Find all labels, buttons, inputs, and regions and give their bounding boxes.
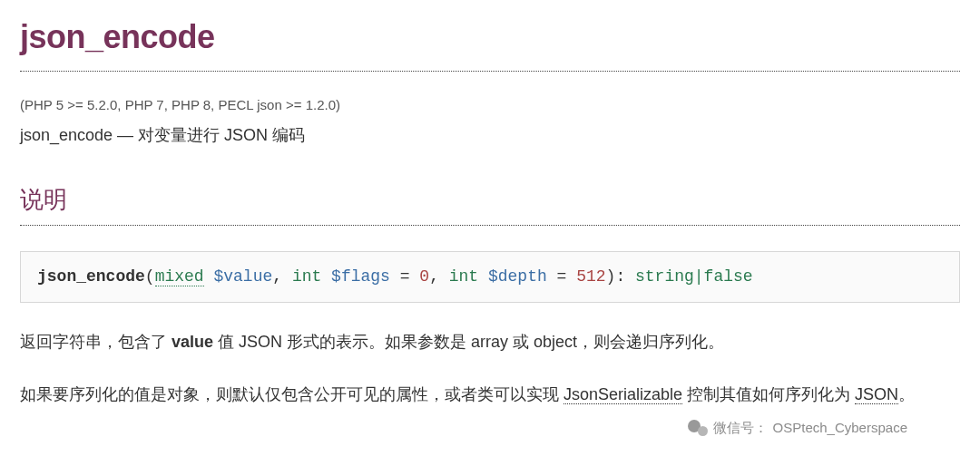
page-title: json_encode [20, 0, 960, 72]
sig-comma-2: , [429, 267, 449, 286]
sig-p3-var: $depth [488, 267, 547, 286]
function-signature: json_encode(mixed $value, int $flags = 0… [20, 251, 960, 303]
sig-p2-default: 0 [419, 267, 429, 286]
text: 如果要序列化的值是对象，则默认仅包含公开可见的属性，或者类可以实现 [20, 385, 564, 403]
sig-p1-type[interactable]: mixed [155, 267, 204, 286]
text: 值 JSON 形式的表示。如果参数是 array 或 object，则会递归序列… [213, 333, 724, 351]
wechat-icon [688, 418, 708, 436]
description-paragraph-1: 返回字符串，包含了 value 值 JSON 形式的表示。如果参数是 array… [20, 328, 960, 356]
sig-p2-type: int [292, 267, 321, 286]
sig-p3-type: int [449, 267, 478, 286]
sig-return-type: string|false [635, 267, 753, 286]
param-value-keyword: value [172, 333, 213, 351]
watermark-handle: OSPtech_Cyberspace [773, 418, 907, 436]
sig-comma-1: , [272, 267, 292, 286]
text: 。 [898, 385, 915, 403]
wechat-watermark: 微信号：OSPtech_Cyberspace [688, 418, 907, 436]
sig-p3-default: 512 [576, 267, 605, 286]
sig-function-name: json_encode [37, 267, 145, 286]
sig-p1-var: $value [213, 267, 272, 286]
watermark-label: 微信号： [713, 418, 768, 436]
section-heading-description: 说明 [20, 182, 960, 226]
version-info: (PHP 5 >= 5.2.0, PHP 7, PHP 8, PECL json… [20, 95, 960, 116]
link-json[interactable]: JSON [855, 385, 898, 404]
summary-line: json_encode — 对变量进行 JSON 编码 [20, 123, 960, 148]
sig-p2-var: $flags [331, 267, 390, 286]
link-jsonserializable[interactable]: JsonSerializable [564, 385, 682, 404]
sig-paren-close: ): [606, 267, 635, 286]
text: 控制其值如何序列化为 [682, 385, 855, 403]
description-paragraph-2: 如果要序列化的值是对象，则默认仅包含公开可见的属性，或者类可以实现 JsonSe… [20, 381, 960, 409]
sig-paren-open: ( [145, 267, 155, 286]
text: 返回字符串，包含了 [20, 333, 172, 351]
